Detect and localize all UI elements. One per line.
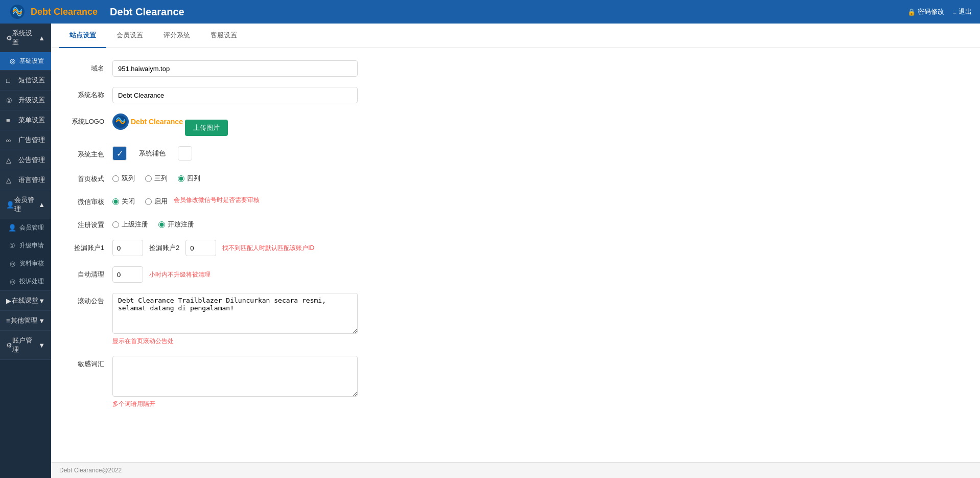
sensitive-textarea[interactable] bbox=[112, 356, 358, 397]
sensitive-hint: 多个词语用隔开 bbox=[112, 400, 358, 408]
wechat-radio-group: 关闭 启用 bbox=[112, 194, 168, 206]
tab-member-settings[interactable]: 会员设置 bbox=[106, 24, 153, 48]
homepage-triple-radio[interactable] bbox=[145, 175, 152, 182]
wechat-close-radio[interactable] bbox=[112, 198, 119, 205]
tab-rating-system[interactable]: 评分系统 bbox=[153, 24, 200, 48]
upgrade-icon: ① bbox=[6, 97, 12, 104]
upload-image-button[interactable]: 上传图片 bbox=[185, 120, 228, 136]
sms-icon: □ bbox=[6, 77, 10, 84]
domain-input[interactable] bbox=[112, 60, 358, 77]
wechat-label: 微信审核 bbox=[66, 194, 112, 207]
register-open-radio[interactable] bbox=[158, 221, 165, 228]
footer-text: Debt Clearance@2022 bbox=[59, 467, 122, 474]
chevron-up-icon: ▲ bbox=[38, 34, 45, 42]
primary-color-label: 系统主色 bbox=[66, 146, 112, 159]
page-footer: Debt Clearance@2022 bbox=[51, 462, 980, 478]
tab-service-settings[interactable]: 客服设置 bbox=[200, 24, 247, 48]
review-icon: ◎ bbox=[8, 260, 16, 267]
top-header: Debt Clearance Debt Clearance 🔒 密码修改 ≡ 退… bbox=[0, 0, 980, 24]
auto-clean-hint: 小时内不升级将被清理 bbox=[149, 270, 211, 279]
account-control: 捡漏账户2 找不到匹配人时默认匹配该账户ID bbox=[112, 240, 358, 256]
sidebar-section-class-header[interactable]: ▶ 在线课堂 ▼ bbox=[0, 291, 51, 310]
sidebar-section-lang-header[interactable]: △ 语言管理 bbox=[0, 170, 51, 190]
auto-clean-group: 小时内不升级将被清理 bbox=[112, 266, 358, 283]
sidebar-section-member-header[interactable]: 👤 会员管理 ▲ bbox=[0, 190, 51, 219]
logout-link[interactable]: ≡ 退出 bbox=[952, 7, 972, 16]
sidebar-item-upgrade-apply[interactable]: ① 升级申请 bbox=[0, 237, 51, 255]
register-superior-radio[interactable] bbox=[112, 221, 119, 228]
class-icon: ▶ bbox=[6, 297, 11, 305]
sidebar-section-ad: ∞ 广告管理 bbox=[0, 130, 51, 150]
account2-input[interactable] bbox=[185, 240, 216, 256]
account1-input[interactable] bbox=[112, 240, 143, 256]
notice-control: 显示在首页滚动公告处 bbox=[112, 293, 358, 346]
homepage-radio-group: 双列 三列 四列 bbox=[112, 171, 358, 183]
notice-row: 滚动公告 显示在首页滚动公告处 bbox=[66, 293, 965, 346]
sysname-input[interactable] bbox=[112, 87, 358, 103]
notice-textarea[interactable] bbox=[112, 293, 358, 334]
sidebar-section-upgrade: ① 升级设置 bbox=[0, 90, 51, 110]
sidebar-section-ad-header[interactable]: ∞ 广告管理 bbox=[0, 130, 51, 150]
wechat-row: 微信审核 关闭 启用 会员修改微 bbox=[66, 194, 965, 207]
secondary-color-swatch[interactable] bbox=[178, 146, 192, 161]
sidebar-item-review[interactable]: ◎ 资料审核 bbox=[0, 255, 51, 272]
homepage-triple[interactable]: 三列 bbox=[145, 174, 168, 183]
change-password-link[interactable]: 🔒 密码修改 bbox=[907, 7, 944, 16]
chevron-down-icon3: ▼ bbox=[38, 342, 45, 349]
form-area: 域名 系统名称 系统LOGO bbox=[51, 48, 980, 462]
logo-control: Debt Clearance 上传图片 bbox=[112, 113, 358, 136]
account-hint: 找不到匹配人时默认匹配该账户ID bbox=[222, 244, 314, 253]
homepage-double[interactable]: 双列 bbox=[112, 174, 135, 183]
auto-clean-control: 小时内不升级将被清理 bbox=[112, 266, 358, 283]
register-row: 注册设置 上级注册 开放注册 bbox=[66, 217, 965, 230]
logo-label: 系统LOGO bbox=[66, 113, 112, 126]
account-row: 捡漏账户1 捡漏账户2 找不到匹配人时默认匹配该账户ID bbox=[66, 240, 965, 256]
sidebar-section-menu-header[interactable]: ≡ 菜单设置 bbox=[0, 110, 51, 130]
complaint-icon: ◎ bbox=[8, 278, 16, 285]
lang-icon: △ bbox=[6, 176, 11, 184]
register-control: 上级注册 开放注册 bbox=[112, 217, 358, 229]
header-title: Debt Clearance bbox=[110, 6, 184, 18]
sensitive-label: 敏感词汇 bbox=[66, 356, 112, 369]
sidebar-section-notice-header[interactable]: △ 公告管理 bbox=[0, 150, 51, 170]
homepage-quad[interactable]: 四列 bbox=[178, 174, 200, 183]
logo-preview-text: Debt Clearance bbox=[131, 118, 183, 126]
wechat-control: 关闭 启用 会员修改微信号时是否需要审核 bbox=[112, 194, 358, 206]
sidebar: ⚙ 系统设置 ▲ ◎ 基础设置 □ 短信设置 ① 升级设置 bbox=[0, 24, 51, 478]
sidebar-section-sms: □ 短信设置 bbox=[0, 71, 51, 90]
register-label: 注册设置 bbox=[66, 217, 112, 230]
wechat-open-radio[interactable] bbox=[145, 198, 152, 205]
homepage-double-radio[interactable] bbox=[112, 175, 119, 182]
wechat-group: 关闭 启用 会员修改微信号时是否需要审核 bbox=[112, 194, 358, 206]
logo-preview-icon bbox=[112, 113, 129, 130]
logo-row: 系统LOGO Debt Clearance 上传图片 bbox=[66, 113, 965, 136]
chevron-down-icon2: ▼ bbox=[38, 317, 45, 325]
register-radio-group: 上级注册 开放注册 bbox=[112, 217, 358, 229]
notice-hint: 显示在首页滚动公告处 bbox=[112, 337, 358, 346]
register-open[interactable]: 开放注册 bbox=[158, 220, 194, 229]
sidebar-item-complaint[interactable]: ◎ 投诉处理 bbox=[0, 272, 51, 290]
sidebar-section-system-header[interactable]: ⚙ 系统设置 ▲ bbox=[0, 24, 51, 52]
notice-label: 滚动公告 bbox=[66, 293, 112, 306]
tab-site-settings[interactable]: 站点设置 bbox=[59, 24, 106, 48]
primary-color-swatch[interactable]: ✓ bbox=[112, 146, 127, 161]
sidebar-item-basic[interactable]: ◎ 基础设置 bbox=[0, 52, 51, 70]
color-row: 系统主色 ✓ 系统辅色 bbox=[66, 146, 965, 161]
auto-clean-input[interactable] bbox=[112, 266, 143, 283]
exit-icon: ≡ bbox=[952, 8, 956, 16]
sidebar-section-sms-header[interactable]: □ 短信设置 bbox=[0, 71, 51, 90]
sidebar-section-lang: △ 语言管理 bbox=[0, 170, 51, 190]
account-group: 捡漏账户2 找不到匹配人时默认匹配该账户ID bbox=[112, 240, 358, 256]
register-superior[interactable]: 上级注册 bbox=[112, 220, 148, 229]
sidebar-section-account-header[interactable]: ⚙ 账户管理 ▼ bbox=[0, 331, 51, 359]
sidebar-section-upgrade-header[interactable]: ① 升级设置 bbox=[0, 90, 51, 110]
sidebar-section-other-header[interactable]: ≡ 其他管理 ▼ bbox=[0, 311, 51, 330]
other-icon: ≡ bbox=[6, 317, 10, 325]
sysname-control bbox=[112, 87, 358, 103]
wechat-open[interactable]: 启用 bbox=[145, 197, 168, 206]
sysname-row: 系统名称 bbox=[66, 87, 965, 103]
homepage-quad-radio[interactable] bbox=[178, 175, 184, 182]
wechat-close[interactable]: 关闭 bbox=[112, 197, 135, 206]
domain-row: 域名 bbox=[66, 60, 965, 77]
sidebar-item-member[interactable]: 👤 会员管理 bbox=[0, 219, 51, 237]
